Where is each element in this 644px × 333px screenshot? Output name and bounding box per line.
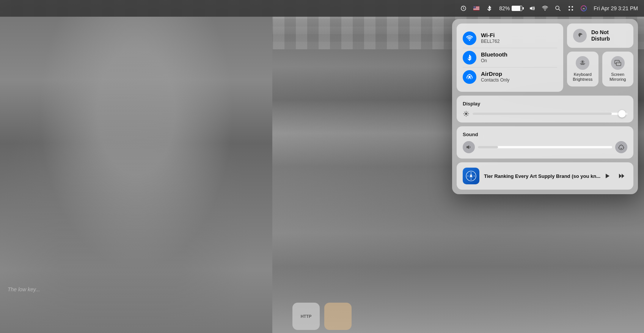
bottom-text-area: The low key...: [0, 282, 276, 297]
menubar-datetime: Fri Apr 29 3:21 PM: [594, 5, 638, 11]
brightness-icon: [463, 110, 470, 117]
nowplaying-title: Tier Ranking Every Art Supply Brand (so …: [484, 173, 600, 179]
wifi-network: BELL762: [481, 39, 499, 45]
battery-percentage: 82%: [499, 5, 510, 11]
dock: HTTP: [0, 295, 644, 333]
control-center-icon[interactable]: [568, 5, 574, 11]
sound-title: Sound: [463, 132, 627, 137]
svg-rect-4: [473, 8, 479, 9]
volume-slider[interactable]: [478, 146, 612, 148]
svg-point-19: [569, 9, 570, 11]
time-machine-icon[interactable]: [460, 5, 467, 11]
screen-mirroring-tile[interactable]: ScreenMirroring: [602, 52, 634, 86]
bluetooth-label: Bluetooth On: [481, 51, 507, 64]
svg-point-16: [556, 6, 559, 9]
airdrop-status: Contacts Only: [481, 77, 509, 83]
battery-icon: [512, 6, 522, 11]
fast-forward-button[interactable]: [616, 170, 627, 182]
battery-status[interactable]: 82%: [499, 5, 522, 11]
svg-point-14: [475, 8, 475, 8]
svg-point-29: [465, 113, 467, 115]
svg-point-22: [469, 40, 470, 41]
svg-point-10: [474, 7, 474, 7]
display-section: Display: [457, 96, 633, 123]
play-button[interactable]: [602, 170, 613, 182]
svg-point-18: [572, 6, 573, 8]
brightness-slider[interactable]: [473, 113, 627, 115]
brightness-slider-row: [463, 110, 627, 117]
control-center-panel: Wi-Fi BELL762 Bluetooth On: [452, 19, 638, 194]
siri-icon[interactable]: [581, 5, 587, 11]
nowplaying-info: Tier Ranking Every Art Supply Brand (so …: [484, 173, 597, 179]
now-playing-section: Tier Ranking Every Art Supply Brand (so …: [457, 162, 633, 190]
svg-point-20: [572, 9, 573, 11]
dock-item-2[interactable]: [324, 303, 352, 330]
svg-rect-28: [616, 62, 621, 66]
search-menubar-icon[interactable]: [555, 5, 561, 11]
http-label: HTTP: [301, 314, 312, 319]
airplay-button[interactable]: [615, 141, 627, 153]
wifi-icon: [463, 31, 476, 45]
mute-button[interactable]: [463, 141, 475, 153]
svg-point-9: [475, 6, 475, 7]
network-tile: Wi-Fi BELL762 Bluetooth On: [457, 24, 563, 92]
sound-section: Sound: [457, 126, 633, 159]
airdrop-name: AirDrop: [481, 71, 509, 77]
volume-row: [463, 141, 627, 153]
svg-marker-34: [619, 174, 622, 178]
do-not-disturb-tile[interactable]: Do NotDisturb: [567, 24, 633, 48]
volume-menubar-icon[interactable]: [529, 5, 535, 11]
keyboard-brightness-tile[interactable]: KeyboardBrightness: [567, 52, 598, 86]
dock-http-item[interactable]: HTTP: [292, 303, 320, 330]
menubar: 82%: [0, 0, 644, 17]
cc-top-row: Wi-Fi BELL762 Bluetooth On: [457, 24, 633, 92]
svg-rect-25: [581, 64, 584, 65]
screen-mirroring-icon: [611, 56, 625, 70]
svg-point-17: [569, 6, 570, 8]
bluetooth-name: Bluetooth: [481, 51, 507, 58]
screen-mirroring-label: ScreenMirroring: [609, 72, 626, 82]
keyboard-brightness-label: KeyboardBrightness: [573, 72, 592, 82]
keyboard-layout-icon[interactable]: [473, 5, 479, 11]
bluetooth-status: On: [481, 58, 507, 64]
bluetooth-menubar-icon[interactable]: [486, 5, 492, 11]
nowplaying-controls: [602, 170, 627, 182]
do-not-disturb-icon: [573, 29, 587, 42]
cc-icon-row: KeyboardBrightness ScreenMirroring: [567, 52, 633, 86]
display-title: Display: [463, 101, 627, 107]
svg-point-13: [474, 8, 475, 8]
safari-app-icon: [463, 168, 479, 184]
bluetooth-icon: [463, 51, 476, 64]
airdrop-tile[interactable]: AirDrop Contacts Only: [463, 68, 557, 86]
keyboard-brightness-icon: [576, 56, 589, 70]
svg-marker-35: [622, 174, 624, 178]
airdrop-label: AirDrop Contacts Only: [481, 71, 509, 83]
svg-marker-33: [606, 174, 609, 178]
wifi-label: Wi-Fi BELL762: [481, 32, 499, 45]
airdrop-icon: [463, 70, 476, 84]
svg-point-12: [474, 8, 474, 8]
svg-point-7: [474, 6, 474, 7]
svg-point-15: [545, 10, 545, 11]
svg-point-11: [474, 7, 475, 7]
wifi-tile[interactable]: Wi-Fi BELL762: [463, 29, 557, 48]
svg-point-8: [474, 6, 475, 7]
dnd-label: Do NotDisturb: [591, 29, 610, 42]
bluetooth-tile[interactable]: Bluetooth On: [463, 48, 557, 68]
wifi-menubar-icon[interactable]: [542, 5, 548, 11]
cc-top-right: Do NotDisturb KeyboardBrightness: [567, 24, 633, 92]
bottom-caption: The low key...: [8, 286, 40, 292]
wifi-name: Wi-Fi: [481, 32, 499, 39]
svg-rect-5: [473, 9, 479, 10]
